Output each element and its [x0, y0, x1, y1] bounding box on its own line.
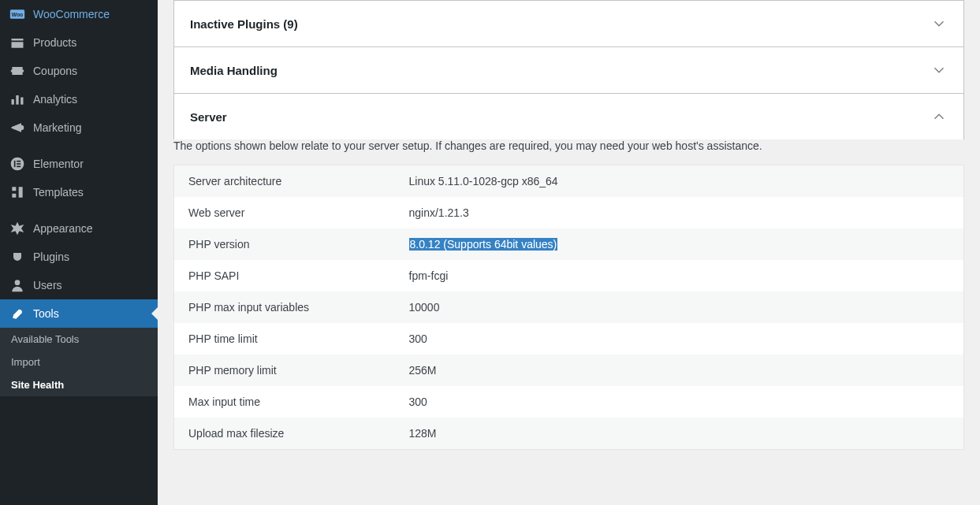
- admin-sidebar: Woo WooCommerce Products Coupons Analyti…: [0, 0, 158, 505]
- table-cell-label: PHP max input variables: [174, 291, 395, 323]
- svg-rect-3: [16, 95, 18, 105]
- sidebar-item-users[interactable]: Users: [0, 271, 158, 299]
- sidebar-item-coupons[interactable]: Coupons: [0, 57, 158, 85]
- svg-rect-9: [17, 166, 20, 168]
- submenu-import[interactable]: Import: [0, 351, 158, 373]
- submenu-site-health[interactable]: Site Health: [0, 373, 158, 396]
- server-info-table: Server architectureLinux 5.11.0-1028-gcp…: [173, 165, 964, 450]
- sidebar-item-label: Marketing: [33, 121, 148, 134]
- sidebar-item-products[interactable]: Products: [0, 28, 158, 57]
- chevron-up-icon: [930, 108, 948, 125]
- table-cell-label: PHP version: [174, 228, 395, 260]
- accordion-title: Inactive Plugins (9): [190, 17, 298, 31]
- svg-text:Woo: Woo: [12, 12, 23, 17]
- svg-rect-4: [20, 98, 23, 105]
- chevron-down-icon: [930, 61, 948, 79]
- svg-rect-7: [17, 161, 20, 162]
- products-icon: [9, 35, 25, 50]
- chevron-down-icon: [930, 15, 948, 32]
- tools-submenu: Available Tools Import Site Health: [0, 328, 158, 396]
- sidebar-item-label: Analytics: [33, 93, 148, 106]
- table-cell-label: Web server: [174, 197, 395, 228]
- table-cell-label: Max input time: [174, 386, 395, 418]
- table-cell-value: 256M: [395, 355, 964, 386]
- accordion-media-handling: Media Handling: [173, 46, 964, 94]
- svg-rect-8: [17, 163, 20, 165]
- svg-rect-2: [12, 99, 14, 105]
- sidebar-item-label: Coupons: [33, 65, 148, 77]
- sidebar-item-label: Users: [33, 279, 148, 291]
- svg-rect-6: [14, 161, 16, 167]
- coupons-icon: [9, 63, 25, 79]
- accordion-header-inactive-plugins[interactable]: Inactive Plugins (9): [174, 1, 963, 46]
- accordion-title: Media Handling: [190, 64, 278, 77]
- appearance-icon: [9, 221, 25, 236]
- sidebar-item-label: Templates: [33, 186, 148, 199]
- menu-separator: [0, 142, 158, 150]
- table-cell-label: PHP memory limit: [174, 355, 395, 386]
- elementor-icon: [9, 156, 25, 172]
- table-row: Server architectureLinux 5.11.0-1028-gcp…: [174, 165, 964, 198]
- sidebar-item-plugins[interactable]: Plugins: [0, 243, 158, 271]
- table-cell-value: Linux 5.11.0-1028-gcp x86_64: [395, 165, 964, 198]
- table-row: PHP time limit300: [174, 323, 964, 355]
- users-icon: [9, 277, 25, 293]
- table-cell-value: 10000: [395, 291, 964, 323]
- accordion-inactive-plugins: Inactive Plugins (9): [173, 0, 964, 47]
- table-row: Upload max filesize128M: [174, 418, 964, 450]
- sidebar-item-tools[interactable]: Tools: [0, 299, 158, 328]
- table-cell-label: Upload max filesize: [174, 418, 395, 450]
- templates-icon: [9, 184, 25, 200]
- table-cell-value: fpm-fcgi: [395, 260, 964, 291]
- marketing-icon: [9, 120, 25, 136]
- accordion-header-media-handling[interactable]: Media Handling: [174, 47, 963, 93]
- sidebar-item-label: Products: [33, 36, 148, 49]
- analytics-icon: [9, 91, 25, 107]
- accordion-server: Server: [173, 93, 964, 139]
- table-cell-value: 128M: [395, 418, 964, 450]
- table-cell-value: nginx/1.21.3: [395, 197, 964, 228]
- highlighted-value: 8.0.12 (Supports 64bit values): [409, 238, 558, 251]
- sidebar-item-label: Elementor: [33, 158, 148, 170]
- sidebar-item-elementor[interactable]: Elementor: [0, 150, 158, 178]
- main-content: Inactive Plugins (9) Media Handling Serv…: [158, 0, 980, 505]
- menu-separator: [0, 206, 158, 214]
- sidebar-item-woocommerce[interactable]: Woo WooCommerce: [0, 0, 158, 28]
- sidebar-item-templates[interactable]: Templates: [0, 178, 158, 206]
- sidebar-item-appearance[interactable]: Appearance: [0, 214, 158, 243]
- accordion-header-server[interactable]: Server: [174, 94, 963, 139]
- tools-icon: [9, 306, 25, 321]
- table-row: PHP SAPIfpm-fcgi: [174, 260, 964, 291]
- sidebar-item-label: Tools: [33, 307, 148, 320]
- table-cell-label: PHP SAPI: [174, 260, 395, 291]
- submenu-available-tools[interactable]: Available Tools: [0, 328, 158, 351]
- sidebar-item-analytics[interactable]: Analytics: [0, 85, 158, 113]
- sidebar-item-label: WooCommerce: [33, 8, 148, 20]
- table-row: PHP max input variables10000: [174, 291, 964, 323]
- table-cell-value: 300: [395, 323, 964, 355]
- server-description: The options shown below relate to your s…: [173, 139, 964, 165]
- table-row: Max input time300: [174, 386, 964, 418]
- table-cell-label: PHP time limit: [174, 323, 395, 355]
- svg-point-10: [15, 280, 20, 285]
- plugins-icon: [9, 249, 25, 265]
- table-cell-value: 300: [395, 386, 964, 418]
- sidebar-item-label: Appearance: [33, 222, 148, 235]
- woocommerce-icon: Woo: [9, 6, 25, 22]
- table-row: PHP version8.0.12 (Supports 64bit values…: [174, 228, 964, 260]
- table-row: Web servernginx/1.21.3: [174, 197, 964, 228]
- sidebar-item-marketing[interactable]: Marketing: [0, 113, 158, 142]
- table-cell-value: 8.0.12 (Supports 64bit values): [395, 228, 964, 260]
- sidebar-item-label: Plugins: [33, 251, 148, 263]
- accordion-title: Server: [190, 110, 227, 124]
- table-cell-label: Server architecture: [174, 165, 395, 198]
- table-row: PHP memory limit256M: [174, 355, 964, 386]
